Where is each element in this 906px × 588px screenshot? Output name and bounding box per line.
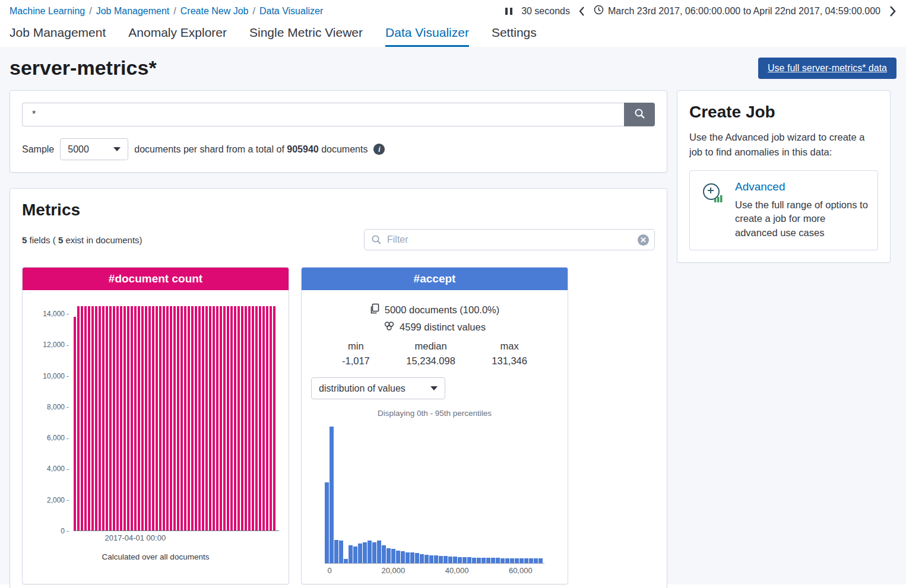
breadcrumb-machine-learning[interactable]: Machine Learning <box>9 6 85 16</box>
chevron-down-icon <box>430 386 438 390</box>
max-label: max <box>492 341 527 352</box>
filter-box: ✕ <box>364 229 655 250</box>
distribution-select[interactable]: distribution of values <box>311 377 445 399</box>
breadcrumb-create-new-job[interactable]: Create New Job <box>180 6 249 16</box>
max-value: 131,346 <box>492 355 527 367</box>
refresh-interval-label[interactable]: 30 seconds <box>521 6 570 17</box>
tab-anomaly-explorer[interactable]: Anomaly Explorer <box>128 26 227 47</box>
distinct-values-icon <box>384 321 395 333</box>
tab-job-management[interactable]: Job Management <box>9 26 106 47</box>
advanced-link[interactable]: Advanced <box>735 180 868 193</box>
advanced-description: Use the full range of options to create … <box>735 198 868 241</box>
create-job-intro: Use the Advanced job wizard to create a … <box>689 130 878 160</box>
chevron-left-icon[interactable] <box>578 6 585 17</box>
accept-histogram-plot <box>325 424 544 564</box>
sample-suffix: documents per shard from a total of 9059… <box>134 144 368 155</box>
min-value: -1,017 <box>342 355 370 367</box>
accept-histogram-xaxis: 020,00040,00060,000 <box>325 564 544 576</box>
page-title: server-metrics* <box>9 56 157 80</box>
document-count-card: #document count 02,0004,0006,0008,00010,… <box>22 267 289 584</box>
clock-icon <box>594 5 604 17</box>
ml-tabs: Job Management Anomaly Explorer Single M… <box>0 20 906 47</box>
fields-summary: 5 fields ( 5 exist in documents) <box>22 235 142 245</box>
min-median-max: min -1,017 median 15,234.098 max 131,346 <box>311 341 558 367</box>
info-icon[interactable]: i <box>373 144 385 155</box>
create-job-panel: Create Job Use the Advanced job wizard t… <box>677 90 891 263</box>
create-job-title: Create Job <box>689 103 878 122</box>
top-bar: Machine Learning/Job Management/Create N… <box>0 0 906 20</box>
documents-count-line: 5000 documents (100.0%) <box>385 304 500 316</box>
clear-filter-icon[interactable]: ✕ <box>638 234 649 246</box>
timepicker: 30 seconds March 23rd 2017, 06:00:00.000… <box>505 5 897 17</box>
filter-input[interactable] <box>364 229 655 250</box>
search-panel: Sample 5000 documents per shard from a t… <box>9 90 667 173</box>
pause-icon[interactable] <box>505 7 513 16</box>
chevron-down-icon <box>113 147 121 151</box>
time-range[interactable]: March 23rd 2017, 06:00:00.000 to April 2… <box>594 5 880 17</box>
tab-single-metric-viewer[interactable]: Single Metric Viewer <box>249 26 363 47</box>
documents-icon <box>370 303 380 316</box>
document-count-yaxis: 02,0004,0006,0008,00010,00012,00014,000 <box>28 298 74 531</box>
document-count-xaxis: 2017-04-01 00:00 <box>74 531 279 543</box>
accept-card-header: #accept <box>302 268 568 290</box>
use-full-data-button[interactable]: Use full server-metrics* data <box>758 58 897 79</box>
breadcrumb: Machine Learning/Job Management/Create N… <box>9 6 323 17</box>
median-value: 15,234.098 <box>406 355 455 367</box>
total-documents-count: 905940 <box>287 144 318 154</box>
filter-search-icon <box>371 234 382 247</box>
breadcrumb-data-visualizer[interactable]: Data Visualizer <box>259 6 323 16</box>
document-count-card-header: #document count <box>23 268 289 290</box>
accept-card: #accept 5000 documents (100.0%) <box>301 267 568 584</box>
search-input[interactable] <box>22 103 624 126</box>
content-area: server-metrics* Use full server-metrics*… <box>0 47 906 584</box>
chevron-right-icon[interactable] <box>889 5 897 17</box>
percentiles-caption: Displaying 0th - 95th percentiles <box>311 409 558 418</box>
min-label: min <box>342 341 370 352</box>
search-icon <box>634 108 645 121</box>
search-button[interactable] <box>624 103 655 126</box>
document-count-caption: Calculated over all documents <box>28 552 283 561</box>
metrics-panel: Metrics 5 fields ( 5 exist in documents)… <box>9 188 667 588</box>
sample-label: Sample <box>22 144 54 155</box>
advanced-job-card[interactable]: Advanced Use the full range of options t… <box>689 170 878 251</box>
document-count-plot <box>74 298 279 531</box>
time-range-label: March 23rd 2017, 06:00:00.000 to April 2… <box>608 6 880 17</box>
median-label: median <box>406 341 455 352</box>
tab-data-visualizer[interactable]: Data Visualizer <box>385 26 469 47</box>
breadcrumb-job-management[interactable]: Job Management <box>96 6 170 16</box>
metrics-title: Metrics <box>22 201 655 220</box>
tab-settings[interactable]: Settings <box>492 26 537 47</box>
advanced-job-icon <box>699 180 727 241</box>
distinct-values-line: 4599 distinct values <box>400 322 486 333</box>
sample-size-select[interactable]: 5000 <box>60 138 128 160</box>
